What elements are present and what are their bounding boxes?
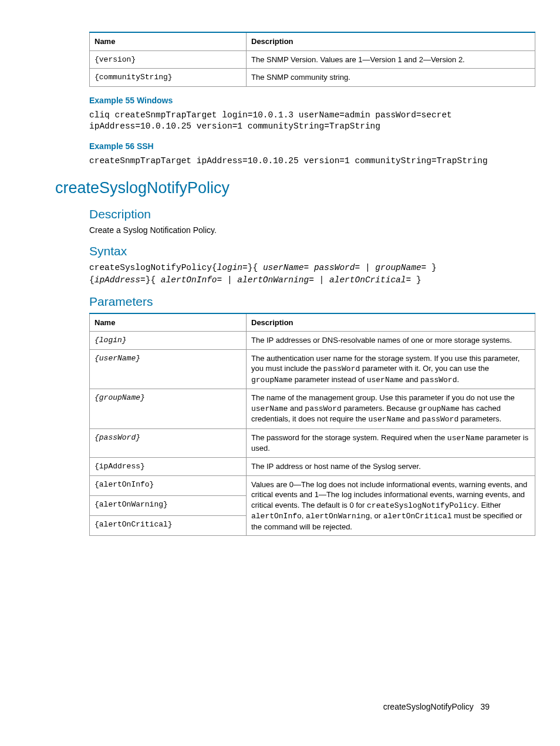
param-name: {alertOnCritical} xyxy=(90,515,247,535)
syntax-text: }{ xyxy=(248,263,263,272)
syntax-heading: Syntax xyxy=(89,243,525,259)
footer-label: createSyslogNotifyPolicy xyxy=(383,702,474,711)
param-desc: The SNMP Version. Values are 1—Version 1… xyxy=(247,50,535,69)
table-row: {version} The SNMP Version. Values are 1… xyxy=(90,50,535,69)
example-55-heading: Example 55 Windows xyxy=(89,95,525,106)
param-name: {version} xyxy=(90,50,247,69)
table-header-desc: Description xyxy=(247,313,535,332)
syntax-block: createSyslogNotifyPolicy{login=}{ userNa… xyxy=(89,262,525,286)
syntax-text: } xyxy=(411,275,421,285)
param-name: {userName} xyxy=(90,349,247,389)
param-name: {groupName} xyxy=(90,389,247,429)
example-55-code: cliq createSnmpTrapTarget login=10.0.1.3… xyxy=(89,110,525,133)
description-heading: Description xyxy=(89,206,525,222)
param-name: {alertOnInfo} xyxy=(90,475,247,495)
snmp-params-table: Name Description {version} The SNMP Vers… xyxy=(89,32,535,87)
param-name: {login} xyxy=(90,332,247,350)
footer-page-number: 39 xyxy=(480,702,490,711)
syntax-text: } xyxy=(426,263,436,272)
syntax-param: alertOnInfo= | alertOnWarning= | alertOn… xyxy=(161,275,411,285)
page-footer: createSyslogNotifyPolicy 39 xyxy=(383,701,490,713)
table-row: {passWord} The password for the storage … xyxy=(90,428,535,457)
syntax-param: userName= passWord= | groupName= xyxy=(263,263,426,272)
table-header-name: Name xyxy=(90,32,247,50)
table-row: {login} The IP addresses or DNS-resolvab… xyxy=(90,332,535,350)
param-desc: The IP addresses or DNS-resolvable names… xyxy=(247,332,535,350)
table-row: {communityString} The SNMP community str… xyxy=(90,69,535,87)
table-row: {userName} The authentication user name … xyxy=(90,349,535,389)
param-desc: The name of the management group. Use th… xyxy=(247,389,535,429)
syntax-text: }{ xyxy=(146,275,161,285)
table-row: {alertOnInfo} Values are 0—The log does … xyxy=(90,475,535,495)
syslog-params-table: Name Description {login} The IP addresse… xyxy=(89,313,535,536)
syntax-text: { xyxy=(89,275,95,285)
syntax-param: login= xyxy=(217,263,248,272)
example-56-code: createSnmpTrapTarget ipAddress=10.0.10.2… xyxy=(89,156,525,167)
param-name: {communityString} xyxy=(90,69,247,87)
syntax-text: { xyxy=(212,263,217,272)
syntax-cmd: createSyslogNotifyPolicy xyxy=(89,263,212,272)
param-desc: The password for the storage system. Req… xyxy=(247,428,535,457)
parameters-heading: Parameters xyxy=(89,293,525,310)
param-name: {ipAddress} xyxy=(90,457,247,475)
command-title: createSyslogNotifyPolicy xyxy=(55,177,525,198)
param-desc: The authentication user name for the sto… xyxy=(247,349,535,389)
description-text: Create a Syslog Notification Policy. xyxy=(89,225,525,236)
example-56-heading: Example 56 SSH xyxy=(89,141,525,152)
table-row: {ipAddress} The IP address or host name … xyxy=(90,457,535,475)
table-header-name: Name xyxy=(90,313,247,332)
param-desc: The IP address or host name of the Syslo… xyxy=(247,457,535,475)
param-desc: The SNMP community string. xyxy=(247,69,535,87)
param-name: {passWord} xyxy=(90,428,247,457)
table-row: {groupName} The name of the management g… xyxy=(90,389,535,429)
table-header-desc: Description xyxy=(247,32,535,50)
syntax-param: ipAddress= xyxy=(95,275,146,285)
param-desc: Values are 0—The log does not include in… xyxy=(247,475,535,536)
param-name: {alertOnWarning} xyxy=(90,495,247,515)
